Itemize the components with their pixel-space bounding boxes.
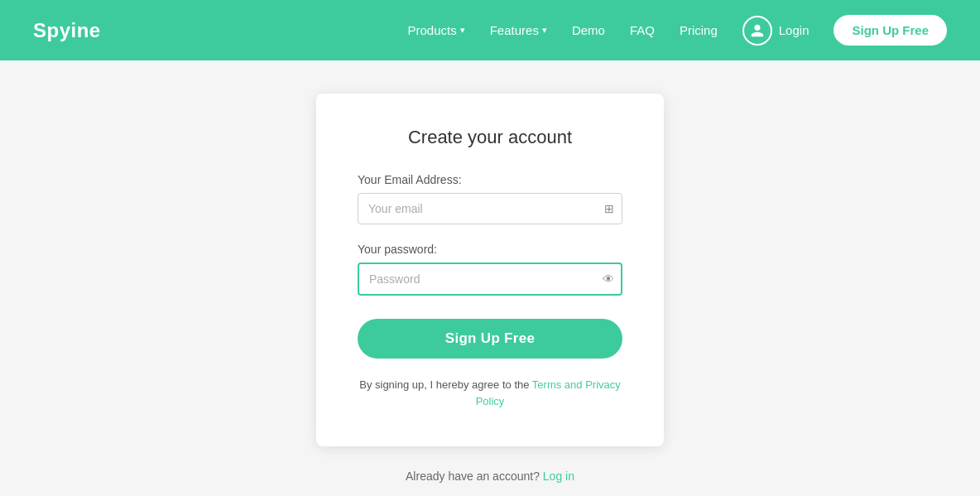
user-icon — [742, 16, 772, 46]
terms-text: By signing up, I hereby agree to the Ter… — [358, 377, 622, 409]
password-label: Your password: — [358, 243, 622, 256]
form-title: Create your account — [358, 127, 622, 148]
chevron-down-icon: ▾ — [542, 25, 547, 36]
already-account-text: Already have an account? Log in — [406, 470, 574, 483]
login-link[interactable]: Log in — [543, 470, 574, 483]
nav-products[interactable]: Products ▾ — [407, 23, 464, 37]
email-field-group: Your Email Address: ⊞ — [358, 173, 622, 224]
password-input-wrapper: 👁 — [358, 262, 622, 296]
logo[interactable]: Spyine — [33, 19, 101, 42]
nav-features[interactable]: Features ▾ — [490, 23, 547, 37]
main-content: Create your account Your Email Address: … — [0, 60, 980, 496]
chevron-down-icon: ▾ — [460, 25, 465, 36]
signup-nav-button[interactable]: Sign Up Free — [833, 15, 947, 46]
password-input[interactable] — [358, 262, 622, 296]
email-input-wrapper: ⊞ — [358, 193, 622, 224]
email-input[interactable] — [358, 193, 622, 224]
login-nav[interactable]: Login — [742, 16, 809, 46]
nav-faq[interactable]: FAQ — [630, 23, 655, 37]
eye-icon: 👁 — [603, 272, 614, 286]
email-label: Your Email Address: — [358, 173, 622, 186]
signup-main-button[interactable]: Sign Up Free — [358, 319, 622, 359]
signup-form-card: Create your account Your Email Address: … — [316, 94, 664, 446]
navbar: Spyine Products ▾ Features ▾ Demo FAQ Pr… — [0, 0, 980, 60]
nav-demo[interactable]: Demo — [572, 23, 605, 37]
email-icon: ⊞ — [604, 202, 614, 215]
nav-links: Products ▾ Features ▾ Demo FAQ Pricing L… — [407, 15, 947, 46]
password-field-group: Your password: 👁 — [358, 243, 622, 296]
nav-pricing[interactable]: Pricing — [680, 23, 718, 37]
